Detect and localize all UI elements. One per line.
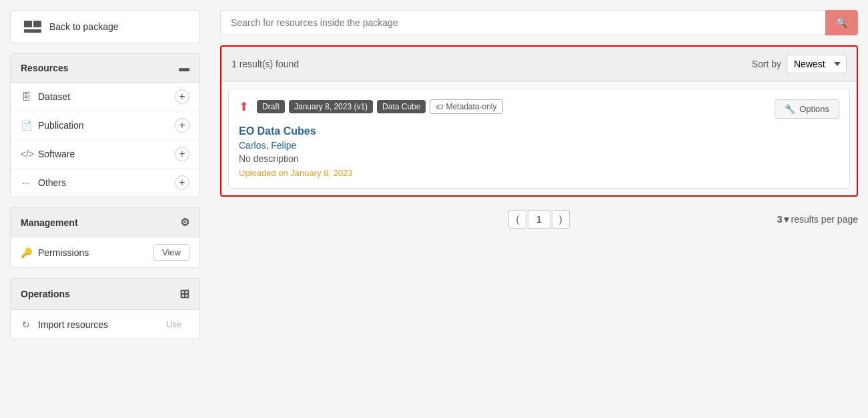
main-content: 🔍 1 result(s) found Sort by Newest Oldes… bbox=[210, 0, 868, 418]
permissions-label: Permissions bbox=[38, 247, 89, 258]
tag-datacube: Data Cube bbox=[377, 100, 426, 113]
result-title[interactable]: EO Data Cubes bbox=[239, 125, 839, 137]
management-section-header: Management ⚙ bbox=[11, 208, 199, 237]
result-date: Uploaded on January 8, 2023 bbox=[239, 168, 839, 178]
key-icon: 🔑 bbox=[21, 247, 31, 258]
result-item-header: ⬆ Draft January 8, 2023 (v1) Data Cube 🏷… bbox=[239, 99, 839, 119]
search-bar: 🔍 bbox=[220, 10, 858, 35]
add-others-button[interactable]: + bbox=[175, 175, 189, 190]
use-import-button: Use bbox=[158, 317, 189, 332]
dataset-label: Dataset bbox=[38, 91, 70, 102]
tag-icon: 🏷 bbox=[436, 103, 443, 111]
file-icon: 📄 bbox=[21, 120, 31, 131]
import-icon: ↻ bbox=[21, 319, 31, 330]
upload-icon: ⬆ bbox=[239, 99, 249, 114]
publication-label: Publication bbox=[38, 120, 84, 131]
view-permissions-button[interactable]: View bbox=[153, 244, 189, 261]
search-input[interactable] bbox=[220, 10, 825, 35]
pagination-prev-button[interactable]: ( bbox=[508, 210, 526, 229]
resources-section: Resources ▬ 🗄 Dataset + 📄 Publication + bbox=[10, 53, 200, 197]
back-to-package-label: Back to package bbox=[49, 21, 119, 32]
operations-section-header: Operations ⊞ bbox=[11, 279, 199, 310]
operations-title: Operations bbox=[21, 289, 70, 299]
tag-date: January 8, 2023 (v1) bbox=[289, 100, 373, 113]
others-label: Others bbox=[38, 177, 66, 188]
pagination-bar: ( 1 ) 3 ▾ results per page bbox=[220, 210, 858, 229]
results-header: 1 result(s) found Sort by Newest Oldest … bbox=[222, 47, 857, 82]
management-title: Management bbox=[21, 217, 78, 228]
ellipsis-icon: ··· bbox=[21, 177, 31, 188]
back-to-package-button[interactable]: Back to package bbox=[10, 10, 200, 43]
result-tags: ⬆ Draft January 8, 2023 (v1) Data Cube 🏷… bbox=[239, 99, 503, 114]
pagination: ( 1 ) bbox=[508, 210, 569, 229]
sidebar-item-others[interactable]: ··· Others + bbox=[11, 169, 199, 197]
import-resources-label: Import resources bbox=[38, 319, 108, 330]
add-publication-button[interactable]: + bbox=[175, 118, 189, 133]
add-dataset-button[interactable]: + bbox=[175, 89, 189, 104]
resources-section-header: Resources ▬ bbox=[11, 54, 199, 83]
sidebar-item-permissions[interactable]: 🔑 Permissions View bbox=[11, 237, 199, 267]
sidebar-item-import-resources[interactable]: ↻ Import resources Use bbox=[11, 310, 199, 339]
software-label: Software bbox=[38, 149, 75, 159]
operations-section: Operations ⊞ ↻ Import resources Use bbox=[10, 278, 200, 339]
result-item: ⬆ Draft January 8, 2023 (v1) Data Cube 🏷… bbox=[228, 89, 850, 189]
result-author: Carlos, Felipe bbox=[239, 140, 839, 151]
management-section: Management ⚙ 🔑 Permissions View bbox=[10, 207, 200, 268]
sidebar-item-software[interactable]: </> Software + bbox=[11, 140, 199, 169]
per-page-count: 3 bbox=[777, 214, 783, 225]
chevron-down-icon: ▾ bbox=[784, 214, 789, 225]
add-software-button[interactable]: + bbox=[175, 147, 189, 161]
pagination-next-button[interactable]: ) bbox=[552, 210, 570, 229]
results-container: 1 result(s) found Sort by Newest Oldest … bbox=[220, 45, 858, 197]
options-button[interactable]: 🔧 Options bbox=[775, 99, 839, 119]
options-label: Options bbox=[799, 104, 829, 114]
database-icon: 🗄 bbox=[21, 91, 31, 102]
sidebar-item-dataset[interactable]: 🗄 Dataset + bbox=[11, 83, 199, 111]
search-button[interactable]: 🔍 bbox=[825, 10, 858, 35]
sort-by-control: Sort by Newest Oldest Title A-Z Title Z-… bbox=[752, 55, 847, 73]
sidebar-item-publication[interactable]: 📄 Publication + bbox=[11, 111, 199, 140]
sort-by-label: Sort by bbox=[752, 59, 781, 69]
results-count: 1 result(s) found bbox=[232, 59, 299, 69]
sort-select[interactable]: Newest Oldest Title A-Z Title Z-A bbox=[787, 55, 847, 73]
tag-metadata: 🏷 Metadata-only bbox=[430, 99, 502, 114]
pagination-current-page: 1 bbox=[528, 210, 550, 229]
code-icon: </> bbox=[21, 149, 31, 159]
package-icon bbox=[24, 21, 41, 33]
tag-draft: Draft bbox=[257, 100, 285, 113]
results-per-page: 3 ▾ results per page bbox=[777, 214, 858, 225]
resources-title: Resources bbox=[21, 63, 69, 73]
per-page-dropdown[interactable]: 3 ▾ bbox=[777, 214, 789, 225]
result-description: No description bbox=[239, 153, 839, 164]
search-icon: 🔍 bbox=[836, 17, 847, 28]
plus-square-icon: ⊞ bbox=[179, 287, 189, 301]
wrench-icon: 🔧 bbox=[785, 104, 795, 114]
resources-icon: ▬ bbox=[179, 62, 189, 74]
per-page-label: results per page bbox=[791, 214, 858, 225]
gear-icon: ⚙ bbox=[180, 216, 189, 229]
